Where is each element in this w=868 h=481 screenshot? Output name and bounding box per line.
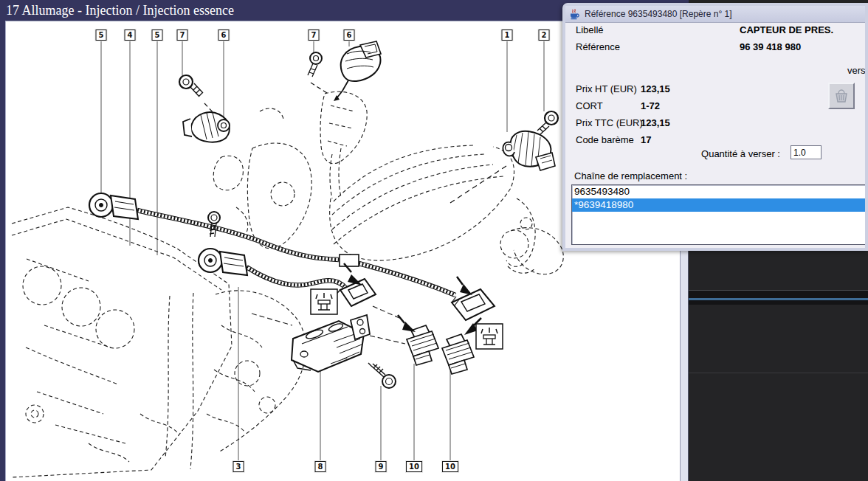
callout-box-5[interactable]: 5 <box>96 30 107 41</box>
field-value-reference: 96 39 418 980 <box>740 41 801 52</box>
callout-box-6[interactable]: 6 <box>218 30 230 41</box>
field-value-prix-ht: 123,15 <box>641 83 670 94</box>
field-value-prix-ttc: 123,15 <box>641 117 670 128</box>
splitter-bar[interactable] <box>689 290 868 305</box>
callout-box-3[interactable]: 3 <box>233 461 244 472</box>
callout-box-2[interactable]: 2 <box>539 30 550 41</box>
callout-box-10[interactable]: 10 <box>442 461 458 472</box>
main-window-title: 17 Allumage - Injection / Injection esse… <box>6 3 234 18</box>
callout-box-4[interactable]: 4 <box>125 30 136 41</box>
field-value-code-bareme: 17 <box>641 134 651 145</box>
reference-dialog: Référence 9635493480 [Repère n° 1] Libel… <box>562 3 868 251</box>
field-label-prix-ttc: Prix TTC (EUR) <box>576 117 643 128</box>
dialog-body: Libellé CAPTEUR DE PRES. Référence 96 39… <box>565 23 865 248</box>
quantity-input[interactable] <box>790 145 822 159</box>
field-label-libelle: Libellé <box>576 24 604 35</box>
quantity-label: Quantité à verser : <box>683 148 780 159</box>
callout-box-9[interactable]: 9 <box>376 461 387 472</box>
field-label-cort: CORT <box>576 100 603 111</box>
replacement-chain-item[interactable]: 9635493480 <box>572 185 865 198</box>
truncated-label: verse <box>847 65 865 76</box>
field-value-libelle: CAPTEUR DE PRES. <box>740 24 833 35</box>
field-label-reference: Référence <box>576 41 620 52</box>
callout-box-1[interactable]: 1 <box>502 30 513 41</box>
field-label-code-bareme: Code barème <box>576 134 634 145</box>
basket-button[interactable] <box>828 83 855 109</box>
panel-divider <box>689 373 868 373</box>
callout-box-8[interactable]: 8 <box>315 461 326 472</box>
callout-box-7[interactable]: 7 <box>177 30 188 41</box>
basket-icon <box>833 87 850 105</box>
dialog-titlebar[interactable]: Référence 9635493480 [Repère n° 1] <box>565 6 865 23</box>
callout-box-7[interactable]: 7 <box>309 30 320 41</box>
java-cup-icon <box>569 9 581 20</box>
replacement-chain-item[interactable]: *9639418980 <box>572 198 865 212</box>
callout-box-10[interactable]: 10 <box>406 461 422 472</box>
window-left-frame <box>0 21 6 481</box>
replacement-chain-list[interactable]: 9635493480*9639418980 <box>571 184 865 245</box>
field-value-cort: 1-72 <box>641 100 660 111</box>
dialog-title: Référence 9635493480 [Repère n° 1] <box>585 9 732 19</box>
field-label-prix-ht: Prix HT (EUR) <box>576 83 637 94</box>
replacement-chain-label: Chaîne de remplacement : <box>574 170 687 181</box>
callout-box-5[interactable]: 5 <box>152 30 163 41</box>
callout-box-6[interactable]: 6 <box>344 30 355 41</box>
